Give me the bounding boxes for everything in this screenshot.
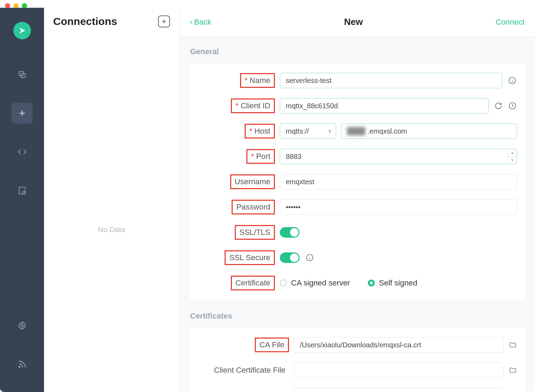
connections-title: Connections (53, 15, 117, 27)
certificates-section-title: Certificates (190, 311, 526, 321)
connect-button[interactable]: Connect (496, 18, 524, 27)
host-scheme-select[interactable]: mqtts:// ▾ (280, 123, 336, 139)
port-spinner: ▲ ▼ (508, 149, 517, 164)
general-section-title: General (190, 47, 526, 56)
host-input[interactable]: ████ .emqxsl.com (341, 123, 517, 139)
password-input[interactable] (280, 199, 517, 215)
nav-feed-icon[interactable] (12, 354, 33, 375)
app-logo (13, 22, 31, 39)
name-input[interactable] (280, 73, 502, 88)
port-step-up[interactable]: ▲ (508, 149, 517, 157)
nav-rail (0, 8, 44, 392)
svg-point-5 (19, 366, 20, 367)
nav-log-icon[interactable] (12, 180, 33, 201)
port-step-down[interactable]: ▼ (508, 157, 517, 164)
svg-point-4 (21, 324, 23, 327)
certificate-label: Certificate (231, 276, 275, 290)
client-cert-file-input[interactable] (294, 362, 504, 378)
client-id-input[interactable] (280, 98, 489, 114)
cert-self-signed-radio[interactable]: Self signed (368, 278, 417, 288)
nav-settings-icon[interactable] (12, 315, 33, 336)
host-suffix: .emqxsl.com (367, 127, 407, 135)
general-card: *Name *Client ID (189, 63, 526, 301)
ssl-secure-info-icon[interactable] (304, 252, 315, 263)
username-input[interactable] (280, 174, 517, 189)
nav-copy-icon[interactable] (12, 64, 33, 85)
port-input[interactable] (280, 149, 517, 164)
ca-file-input[interactable] (294, 337, 504, 353)
cert-self-signed-label: Self signed (379, 278, 417, 288)
client-id-refresh-icon[interactable] (494, 101, 503, 111)
nav-new-connection-icon[interactable] (12, 103, 33, 124)
main-area: ‹ Back New Connect General *Name (180, 8, 535, 392)
host-label: *Host (245, 124, 275, 139)
name-info-icon[interactable] (507, 75, 517, 86)
client-cert-browse-icon[interactable] (509, 366, 517, 375)
host-hidden-part: ████ (347, 127, 365, 135)
name-label: *Name (240, 73, 275, 88)
ca-file-browse-icon[interactable] (509, 340, 517, 349)
client-id-label: *Client ID (231, 98, 275, 113)
client-cert-file-label: Client Certificate File (210, 364, 289, 377)
port-label: *Port (246, 149, 275, 164)
connections-empty-text: No Data (44, 35, 179, 392)
ca-file-label: CA File (255, 338, 289, 352)
cert-ca-signed-radio[interactable]: CA signed server (280, 278, 350, 288)
host-scheme-value: mqtts:// (286, 127, 309, 135)
ssl-secure-toggle[interactable] (280, 252, 300, 263)
client-key-file-input[interactable] (294, 388, 504, 392)
add-connection-button[interactable] (158, 15, 170, 27)
window-titlebar (0, 0, 535, 8)
ssl-tls-label: SSL/TLS (235, 225, 275, 240)
ssl-tls-toggle[interactable] (280, 227, 300, 238)
cert-ca-signed-label: CA signed server (291, 278, 350, 288)
back-label: Back (194, 18, 211, 27)
client-id-history-icon[interactable] (508, 101, 517, 111)
ssl-secure-label: SSL Secure (225, 250, 275, 265)
nav-code-icon[interactable] (12, 141, 33, 162)
username-label: Username (230, 174, 275, 189)
client-key-file-label: Client key file (236, 389, 289, 392)
back-button[interactable]: ‹ Back (190, 18, 211, 27)
chevron-down-icon: ▾ (328, 127, 332, 135)
certificates-card: CA File Client Certificate File (189, 327, 526, 392)
page-title: New (211, 17, 496, 27)
connections-panel: Connections No Data (44, 8, 180, 392)
password-label: Password (232, 200, 275, 214)
chevron-left-icon: ‹ (190, 18, 193, 27)
